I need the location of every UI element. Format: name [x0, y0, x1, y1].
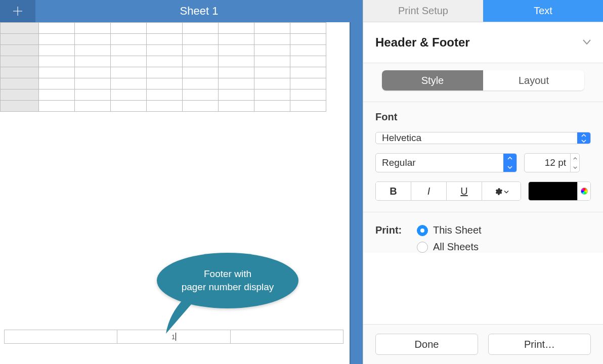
font-size-value: 12 pt	[525, 157, 570, 168]
text-color-control	[528, 181, 591, 201]
sheet-tab-label: Sheet 1	[180, 5, 219, 18]
text-options-button[interactable]	[482, 182, 521, 200]
section-header-footer[interactable]: Header & Footer	[363, 22, 603, 63]
tab-print-setup[interactable]: Print Setup	[363, 0, 483, 22]
font-section-label: Font	[375, 111, 591, 123]
add-sheet-button[interactable]	[0, 0, 35, 22]
done-button[interactable]: Done	[375, 334, 478, 355]
footer-left-field[interactable]	[4, 330, 117, 344]
disclosure-icon	[583, 38, 591, 47]
inspector-tabs: Print Setup Text	[363, 0, 603, 22]
callout-tail-icon	[164, 294, 194, 335]
chevron-down-icon	[504, 190, 509, 194]
font-family-value: Helvetica	[382, 132, 421, 144]
sheet-preview-pane: Sheet 1 1	[0, 0, 363, 364]
segment-layout[interactable]: Layout	[483, 70, 584, 90]
underline-button[interactable]: U	[447, 182, 482, 200]
section-title: Header & Footer	[375, 35, 470, 50]
size-stepper-icon[interactable]	[570, 154, 579, 172]
print-button[interactable]: Print…	[488, 334, 591, 355]
color-picker-button[interactable]	[577, 182, 590, 200]
select-stepper-icon	[503, 154, 516, 172]
font-weight-select[interactable]: Regular	[375, 153, 517, 172]
text-style-group: B I U	[375, 181, 521, 201]
tab-text[interactable]: Text	[483, 0, 603, 22]
print-label: Print:	[375, 224, 408, 236]
font-size-field[interactable]: 12 pt	[524, 153, 580, 172]
radio-icon	[417, 242, 428, 253]
text-color-swatch[interactable]	[529, 182, 577, 200]
segment-style[interactable]: Style	[382, 70, 483, 90]
spreadsheet-table	[0, 22, 326, 112]
italic-button[interactable]: I	[411, 182, 447, 200]
panel-body: Style Layout Font Helvetica Regular	[363, 63, 603, 253]
footer-right-field[interactable]	[231, 330, 343, 344]
action-bar: Done Print…	[363, 324, 603, 364]
font-weight-value: Regular	[382, 157, 416, 168]
radio-icon	[417, 225, 428, 236]
print-scope-row: Print: This Sheet All Sheets	[375, 221, 591, 253]
sheet-tab[interactable]: Sheet 1	[35, 0, 363, 22]
bold-button[interactable]: B	[376, 182, 411, 200]
inspector-pane: Print Setup Text Header & Footer Style L…	[363, 0, 603, 364]
style-layout-segmented: Style Layout	[382, 70, 584, 90]
separator	[363, 212, 603, 212]
gear-icon	[494, 187, 503, 196]
font-family-select[interactable]: Helvetica	[375, 132, 591, 144]
separator	[363, 102, 603, 102]
annotation-callout: Footer with pager number display	[157, 253, 298, 321]
sheet-tab-bar: Sheet 1	[0, 0, 363, 22]
radio-all-sheets[interactable]: All Sheets	[417, 241, 482, 253]
page-margin-indicator	[350, 22, 363, 364]
color-wheel-icon	[580, 187, 589, 196]
callout-line2: pager number display	[182, 281, 274, 294]
plus-icon	[12, 6, 23, 17]
select-stepper-icon	[577, 132, 590, 144]
radio-this-sheet[interactable]: This Sheet	[417, 224, 482, 236]
callout-line1: Footer with	[182, 267, 274, 281]
